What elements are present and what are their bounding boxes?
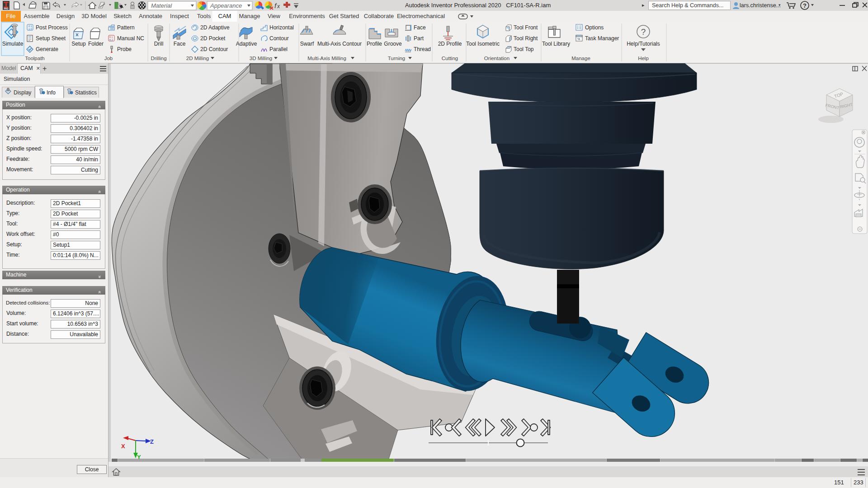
svg-text:Cutting: Cutting [442,56,458,61]
svg-text:Drilling: Drilling [151,56,166,61]
svg-text:Tool Front: Tool Front [514,24,538,31]
svg-text:Contour: Contour [269,35,289,42]
svg-text:Probe: Probe [117,46,132,52]
svg-text:Y: Y [137,454,141,460]
svg-text:Tool Top: Tool Top [514,46,534,52]
svg-text:Folder: Folder [88,41,104,47]
svg-text:Orientation: Orientation [484,56,509,61]
svg-text:?: ? [803,2,807,9]
svg-text:Setup Sheet: Setup Sheet [36,35,66,42]
svg-text:Adaptive: Adaptive [236,41,257,47]
svg-text:Material: Material [151,2,172,9]
svg-text:PRO: PRO [4,8,9,10]
svg-text:Parallel: Parallel [269,46,288,52]
svg-text:Turning: Turning [388,56,406,61]
svg-text:2D Milling: 2D Milling [186,56,209,61]
svg-text:Generate: Generate [36,46,58,52]
svg-text:Setup: Setup [71,41,86,47]
svg-text:Display: Display [14,89,31,96]
svg-text:Groove: Groove [384,41,402,47]
svg-text:Manage: Manage [571,56,590,61]
svg-text:%: % [577,38,580,41]
svg-text:Horizontal: Horizontal [269,24,294,31]
svg-text:Help/Tutorials: Help/Tutorials [627,41,660,47]
svg-text:Options: Options [585,24,604,31]
svg-text:Multi-Axis Milling: Multi-Axis Milling [307,56,346,61]
svg-text:Toolpath: Toolpath [25,56,44,61]
svg-text:Statistics: Statistics [75,89,97,96]
svg-text:6 2: 6 2 [109,38,113,41]
svg-text:X: X [121,443,125,450]
svg-text:?: ? [641,27,646,37]
svg-text:Z: Z [150,438,154,445]
svg-text:1 0: 1 0 [28,28,32,30]
svg-text:Simulate: Simulate [2,41,24,47]
svg-text:Part: Part [414,35,424,42]
svg-text:Info: Info [47,89,56,96]
svg-text:Face: Face [414,24,426,31]
svg-text:Appearance: Appearance [210,2,242,9]
svg-text:Face: Face [174,41,186,47]
svg-text:Tool Library: Tool Library [542,41,570,47]
svg-text:Multi-Axis Contour: Multi-Axis Contour [317,41,362,47]
svg-text:Help: Help [638,56,649,61]
svg-text:2D Profile: 2D Profile [438,41,462,47]
svg-text:Thread: Thread [414,46,431,52]
svg-text:Tool Isometric: Tool Isometric [466,41,500,47]
svg-text:Task Manager: Task Manager [585,35,619,42]
svg-text:2D Contour: 2D Contour [200,46,228,52]
svg-text:Drill: Drill [154,41,164,47]
svg-text:3D Milling: 3D Milling [250,56,273,61]
svg-text:x: x [277,3,280,9]
svg-text:Manual NC: Manual NC [117,35,144,42]
svg-text:Job: Job [104,56,113,61]
svg-text:Tool Right: Tool Right [514,35,538,42]
svg-text:Pattern: Pattern [117,24,135,31]
svg-text:2D Adaptive: 2D Adaptive [200,24,230,31]
svg-text:2D Pocket: 2D Pocket [200,35,226,42]
svg-text:Post Process: Post Process [36,24,68,31]
svg-text:Profile: Profile [367,41,382,47]
svg-text:Swarf: Swarf [300,41,314,47]
